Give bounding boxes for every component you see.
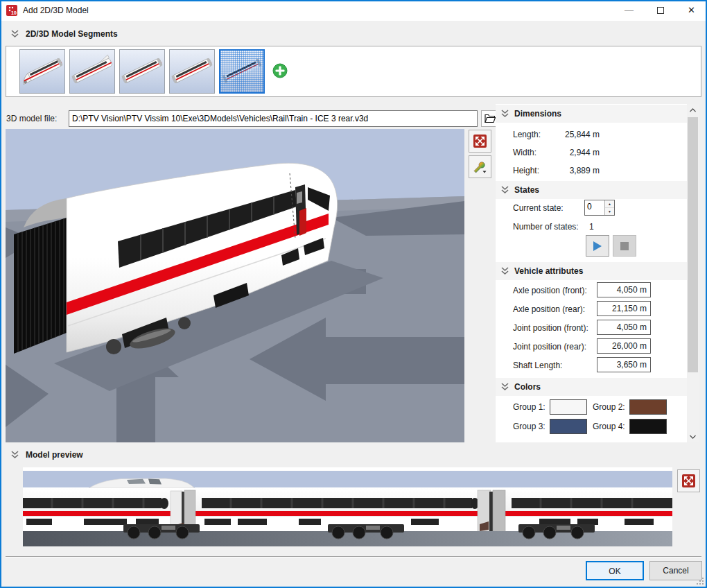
- add-segment-button[interactable]: [272, 63, 288, 78]
- window-title: Add 2D/3D Model: [23, 6, 89, 15]
- number-of-states-value: 1: [589, 219, 594, 234]
- train-rear-thumbnail-icon: [70, 50, 114, 92]
- model-file-label: 3D model file:: [6, 114, 57, 123]
- maximize-icon: [657, 7, 664, 14]
- spinner-down-icon[interactable]: ▼: [605, 208, 614, 215]
- segments-list: [6, 46, 701, 97]
- view-settings-button[interactable]: [469, 155, 491, 178]
- joint-rear-label: Joint position (rear):: [513, 339, 586, 354]
- joint-front-label: Joint position (front):: [513, 320, 588, 336]
- spinner-up-icon[interactable]: ▲: [605, 200, 614, 208]
- segment-thumbnail-2[interactable]: [69, 49, 115, 94]
- group3-label: Group 3:: [513, 419, 545, 434]
- shaft-length-label: Shaft Length:: [513, 358, 562, 373]
- group1-color-swatch[interactable]: [550, 399, 587, 415]
- model-3d-viewport[interactable]: [6, 129, 464, 442]
- expand-arrows-icon: [682, 474, 695, 487]
- collapse-chevron-icon[interactable]: [501, 110, 509, 118]
- current-state-label: Current state:: [513, 200, 564, 216]
- group2-label: Group 2:: [593, 399, 625, 415]
- segment-thumbnail-5-selected[interactable]: [219, 49, 265, 94]
- resize-grip[interactable]: [696, 577, 704, 585]
- maximize-button[interactable]: [645, 0, 676, 21]
- scroll-up-icon: [690, 108, 696, 112]
- train-side-view-render: [23, 467, 672, 546]
- axle-rear-label: Axle position (rear):: [513, 302, 585, 317]
- group2-color-swatch[interactable]: [629, 399, 667, 415]
- dimensions-title: Dimensions: [514, 109, 561, 119]
- zoom-to-fit-button[interactable]: [469, 130, 491, 153]
- width-label: Width:: [513, 145, 536, 160]
- add-2d3d-model-dialog: 10 Add 2D/3D Model — ✕ 2D/3D Model Segme…: [0, 0, 707, 588]
- axle-rear-field[interactable]: 21,150 m: [597, 301, 651, 316]
- axle-front-field[interactable]: 4,050 m: [597, 282, 651, 297]
- colors-title: Colors: [514, 382, 541, 392]
- states-title: States: [514, 185, 539, 195]
- ok-button[interactable]: OK: [586, 561, 644, 580]
- selection-overlay: [220, 51, 263, 92]
- current-state-input[interactable]: [587, 202, 602, 211]
- group4-color-swatch[interactable]: [629, 419, 667, 434]
- group1-label: Group 1:: [513, 399, 545, 415]
- width-value: 2,944 m: [537, 145, 600, 160]
- joint-front-field[interactable]: 4,050 m: [597, 320, 651, 335]
- play-icon: [593, 241, 602, 251]
- stop-icon: [620, 242, 629, 250]
- vehicle-attributes-title: Vehicle attributes: [514, 266, 583, 276]
- segment-thumbnail-1[interactable]: [19, 49, 65, 94]
- preview-section-title: Model preview: [26, 450, 83, 460]
- folder-icon: [485, 114, 496, 123]
- number-of-states-label: Number of states:: [513, 219, 579, 234]
- train-car-thumbnail-icon: [170, 50, 214, 92]
- spinner-arrows[interactable]: ▲ ▼: [604, 200, 614, 215]
- joint-rear-field[interactable]: 26,000 m: [597, 338, 651, 354]
- group4-label: Group 4:: [593, 419, 625, 434]
- height-value: 3,889 m: [537, 163, 600, 178]
- axle-front-label: Axle position (front):: [513, 283, 587, 298]
- close-button[interactable]: ✕: [676, 0, 707, 21]
- vehicle-attributes-section-header: Vehicle attributes: [496, 262, 687, 280]
- segment-thumbnail-3[interactable]: [119, 49, 165, 94]
- collapse-chevron-icon[interactable]: [11, 451, 19, 459]
- collapse-chevron-icon[interactable]: [501, 267, 509, 275]
- segments-section-header: 2D/3D Model Segments: [11, 29, 118, 39]
- scroll-down-icon: [690, 435, 696, 439]
- shaft-length-field[interactable]: 3,650 m: [597, 357, 651, 372]
- length-value: 25,844 m: [537, 127, 600, 142]
- train-car-thumbnail-icon: [120, 50, 164, 92]
- title-bar: 10 Add 2D/3D Model — ✕: [0, 0, 707, 21]
- preview-section-header: Model preview: [11, 450, 83, 460]
- wrench-icon: [473, 160, 487, 174]
- play-animation-button[interactable]: [586, 235, 609, 257]
- stop-animation-button[interactable]: [613, 235, 636, 257]
- scrollbar-thumb[interactable]: [688, 117, 698, 372]
- collapse-chevron-icon[interactable]: [11, 30, 19, 38]
- segments-section-title: 2D/3D Model Segments: [26, 29, 118, 39]
- states-section-header: States: [496, 181, 687, 199]
- height-label: Height:: [513, 163, 539, 178]
- svg-text:10: 10: [11, 10, 17, 15]
- train-3d-render: [6, 129, 464, 442]
- train-front-thumbnail-icon: [20, 50, 64, 92]
- minimize-button[interactable]: —: [613, 0, 645, 21]
- dimensions-section-header: Dimensions: [496, 105, 687, 123]
- group3-color-swatch[interactable]: [550, 419, 587, 434]
- collapse-chevron-icon[interactable]: [501, 383, 509, 391]
- colors-section-header: Colors: [496, 378, 687, 396]
- preview-zoom-to-fit-button[interactable]: [677, 469, 700, 492]
- model-preview-image: [23, 467, 672, 546]
- panel-scrollbar[interactable]: [687, 104, 699, 442]
- footer-divider: [6, 556, 701, 557]
- collapse-chevron-icon[interactable]: [501, 186, 509, 194]
- current-state-spinner[interactable]: ▲ ▼: [584, 200, 615, 216]
- scroll-up-button[interactable]: [687, 104, 699, 116]
- expand-arrows-icon: [473, 135, 487, 148]
- segment-thumbnail-4[interactable]: [169, 49, 215, 94]
- properties-panel: Dimensions Length: 25,844 m Width: 2,944…: [496, 104, 687, 442]
- vissim-app-icon: 10: [6, 5, 17, 16]
- scroll-down-button[interactable]: [687, 431, 699, 442]
- cancel-button[interactable]: Cancel: [649, 561, 702, 580]
- model-file-input[interactable]: [69, 110, 478, 127]
